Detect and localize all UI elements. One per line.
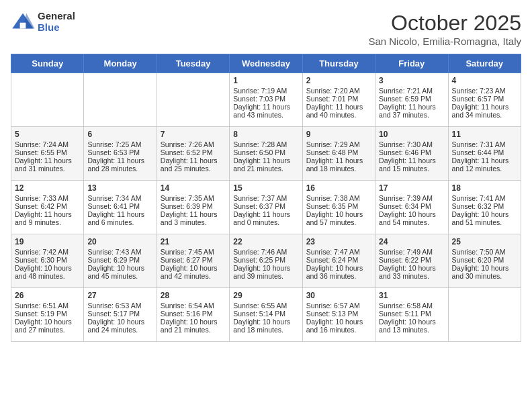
day-info: Daylight: 11 hours bbox=[233, 103, 298, 111]
day-info: and 13 minutes. bbox=[379, 326, 444, 334]
day-info: Sunrise: 6:58 AM bbox=[379, 302, 444, 310]
day-info: Daylight: 11 hours bbox=[306, 103, 371, 111]
logo-icon bbox=[11, 12, 35, 31]
day-info: Daylight: 10 hours bbox=[161, 318, 226, 326]
calendar-cell: 19Sunrise: 7:42 AMSunset: 6:30 PMDayligh… bbox=[11, 234, 84, 288]
calendar-cell: 20Sunrise: 7:43 AMSunset: 6:29 PMDayligh… bbox=[84, 234, 157, 288]
day-info: Daylight: 11 hours bbox=[233, 210, 298, 218]
day-number: 24 bbox=[379, 237, 444, 246]
day-info: Sunset: 6:27 PM bbox=[161, 256, 226, 264]
day-info: Sunrise: 7:46 AM bbox=[233, 248, 298, 256]
day-info: Daylight: 11 hours bbox=[87, 156, 152, 165]
calendar-week-row: 19Sunrise: 7:42 AMSunset: 6:30 PMDayligh… bbox=[11, 234, 521, 288]
weekday-header: Monday bbox=[84, 54, 157, 73]
day-number: 1 bbox=[233, 76, 298, 85]
day-info: and 40 minutes. bbox=[306, 111, 371, 119]
day-info: Sunrise: 7:29 AM bbox=[306, 140, 371, 148]
calendar-cell: 2Sunrise: 7:20 AMSunset: 7:01 PMDaylight… bbox=[302, 73, 375, 127]
calendar-week-row: 5Sunrise: 7:24 AMSunset: 6:55 PMDaylight… bbox=[11, 127, 521, 181]
day-number: 22 bbox=[233, 237, 298, 246]
day-number: 6 bbox=[87, 130, 152, 139]
weekday-header: Saturday bbox=[448, 54, 521, 73]
day-info: and 31 minutes. bbox=[15, 165, 80, 173]
calendar-cell: 17Sunrise: 7:39 AMSunset: 6:34 PMDayligh… bbox=[375, 181, 448, 234]
day-info: Sunrise: 7:24 AM bbox=[15, 140, 80, 148]
day-info: Sunset: 6:34 PM bbox=[379, 202, 444, 210]
day-info: Sunrise: 7:21 AM bbox=[379, 87, 444, 95]
day-number: 10 bbox=[379, 130, 444, 139]
day-info: and 39 minutes. bbox=[233, 272, 298, 280]
day-info: and 54 minutes. bbox=[379, 218, 444, 226]
day-info: Sunset: 6:25 PM bbox=[233, 256, 298, 264]
day-info: and 57 minutes. bbox=[306, 218, 371, 226]
day-number: 19 bbox=[15, 237, 80, 246]
day-info: and 12 minutes. bbox=[452, 165, 517, 173]
day-info: Daylight: 11 hours bbox=[379, 156, 444, 165]
calendar-cell: 28Sunrise: 6:54 AMSunset: 5:16 PMDayligh… bbox=[157, 288, 229, 342]
day-info: and 27 minutes. bbox=[15, 326, 80, 334]
day-info: Daylight: 10 hours bbox=[379, 210, 444, 218]
day-info: Sunset: 6:52 PM bbox=[161, 148, 226, 156]
calendar-cell: 6Sunrise: 7:25 AMSunset: 6:53 PMDaylight… bbox=[84, 127, 157, 181]
day-info: Sunset: 6:53 PM bbox=[87, 148, 152, 156]
logo-text: General Blue bbox=[38, 11, 75, 33]
calendar-cell: 11Sunrise: 7:31 AMSunset: 6:44 PMDayligh… bbox=[448, 127, 521, 181]
day-info: Sunset: 5:16 PM bbox=[161, 310, 226, 318]
svg-rect-2 bbox=[20, 22, 26, 28]
day-info: and 21 minutes. bbox=[233, 165, 298, 173]
day-info: Daylight: 10 hours bbox=[452, 264, 517, 272]
day-info: Sunrise: 7:49 AM bbox=[379, 248, 444, 256]
day-number: 8 bbox=[233, 130, 298, 139]
calendar-cell: 15Sunrise: 7:37 AMSunset: 6:37 PMDayligh… bbox=[230, 181, 302, 234]
day-number: 21 bbox=[161, 237, 226, 246]
calendar-cell: 30Sunrise: 6:57 AMSunset: 5:13 PMDayligh… bbox=[302, 288, 375, 342]
day-info: and 25 minutes. bbox=[161, 165, 226, 173]
day-info: Daylight: 10 hours bbox=[87, 318, 152, 326]
day-info: and 28 minutes. bbox=[87, 165, 152, 173]
day-info: and 0 minutes. bbox=[233, 218, 298, 226]
calendar-cell: 23Sunrise: 7:47 AMSunset: 6:24 PMDayligh… bbox=[302, 234, 375, 288]
day-info: and 42 minutes. bbox=[161, 272, 226, 280]
calendar-cell: 16Sunrise: 7:38 AMSunset: 6:35 PMDayligh… bbox=[302, 181, 375, 234]
day-info: Sunrise: 7:47 AM bbox=[306, 248, 371, 256]
day-info: Sunrise: 7:43 AM bbox=[87, 248, 152, 256]
day-info: Sunset: 5:17 PM bbox=[87, 310, 152, 318]
calendar-week-row: 1Sunrise: 7:19 AMSunset: 7:03 PMDaylight… bbox=[11, 73, 521, 127]
day-info: and 43 minutes. bbox=[233, 111, 298, 119]
day-number: 25 bbox=[452, 237, 517, 246]
weekday-header: Thursday bbox=[302, 54, 375, 73]
calendar-cell: 13Sunrise: 7:34 AMSunset: 6:41 PMDayligh… bbox=[84, 181, 157, 234]
day-info: Sunset: 5:19 PM bbox=[15, 310, 80, 318]
day-info: Daylight: 11 hours bbox=[379, 103, 444, 111]
day-info: Sunset: 6:55 PM bbox=[15, 148, 80, 156]
day-info: and 34 minutes. bbox=[452, 111, 517, 119]
day-info: Sunrise: 6:57 AM bbox=[306, 302, 371, 310]
calendar-cell: 9Sunrise: 7:29 AMSunset: 6:48 PMDaylight… bbox=[302, 127, 375, 181]
day-info: and 37 minutes. bbox=[379, 111, 444, 119]
day-info: Sunset: 6:46 PM bbox=[379, 148, 444, 156]
day-info: and 18 minutes. bbox=[233, 326, 298, 334]
day-info: Daylight: 11 hours bbox=[87, 210, 152, 218]
day-info: Sunrise: 7:42 AM bbox=[15, 248, 80, 256]
day-info: Daylight: 10 hours bbox=[306, 264, 371, 272]
day-info: and 21 minutes. bbox=[161, 326, 226, 334]
day-info: Daylight: 10 hours bbox=[87, 264, 152, 272]
calendar-cell: 8Sunrise: 7:28 AMSunset: 6:50 PMDaylight… bbox=[230, 127, 302, 181]
day-number: 4 bbox=[452, 76, 517, 85]
day-number: 20 bbox=[87, 237, 152, 246]
day-info: Daylight: 10 hours bbox=[15, 264, 80, 272]
day-info: Sunrise: 6:51 AM bbox=[15, 302, 80, 310]
day-info: Sunset: 6:30 PM bbox=[15, 256, 80, 264]
calendar-cell: 26Sunrise: 6:51 AMSunset: 5:19 PMDayligh… bbox=[11, 288, 84, 342]
calendar-cell: 21Sunrise: 7:45 AMSunset: 6:27 PMDayligh… bbox=[157, 234, 229, 288]
day-number: 29 bbox=[233, 291, 298, 300]
day-info: Sunrise: 7:31 AM bbox=[452, 140, 517, 148]
weekday-header: Tuesday bbox=[157, 54, 229, 73]
calendar-week-row: 26Sunrise: 6:51 AMSunset: 5:19 PMDayligh… bbox=[11, 288, 521, 342]
day-info: and 36 minutes. bbox=[306, 272, 371, 280]
day-number: 7 bbox=[161, 130, 226, 139]
day-info: Sunset: 5:14 PM bbox=[233, 310, 298, 318]
day-info: Daylight: 11 hours bbox=[15, 156, 80, 165]
day-info: Daylight: 11 hours bbox=[452, 103, 517, 111]
logo-general: General bbox=[38, 11, 75, 22]
